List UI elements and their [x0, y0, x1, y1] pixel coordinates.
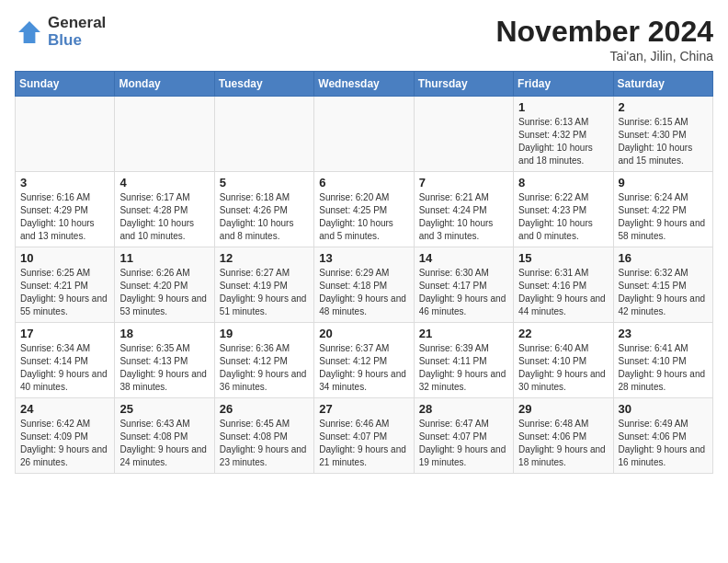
day-number: 9 — [619, 176, 708, 190]
day-cell: 1 Sunrise: 6:13 AMSunset: 4:32 PMDayligh… — [514, 97, 613, 172]
week-row-3: 10 Sunrise: 6:25 AMSunset: 4:21 PMDaylig… — [16, 247, 713, 323]
day-number: 29 — [518, 402, 608, 416]
day-number: 3 — [20, 176, 109, 190]
day-info: Sunrise: 6:47 AMSunset: 4:07 PMDaylight:… — [419, 418, 508, 469]
day-number: 16 — [619, 251, 708, 265]
day-number: 10 — [20, 251, 109, 265]
day-info: Sunrise: 6:21 AMSunset: 4:24 PMDaylight:… — [419, 191, 508, 243]
calendar-table: SundayMondayTuesdayWednesdayThursdayFrid… — [15, 71, 713, 474]
day-info: Sunrise: 6:13 AMSunset: 4:32 PMDaylight:… — [518, 116, 608, 167]
day-info: Sunrise: 6:43 AMSunset: 4:08 PMDaylight:… — [119, 418, 209, 469]
day-cell: 19 Sunrise: 6:36 AMSunset: 4:12 PMDaylig… — [214, 323, 313, 398]
day-cell: 28 Sunrise: 6:47 AMSunset: 4:07 PMDaylig… — [414, 398, 513, 474]
day-info: Sunrise: 6:32 AMSunset: 4:15 PMDaylight:… — [619, 267, 708, 318]
day-cell: 3 Sunrise: 6:16 AMSunset: 4:29 PMDayligh… — [16, 172, 115, 247]
day-cell: 27 Sunrise: 6:46 AMSunset: 4:07 PMDaylig… — [314, 398, 414, 474]
day-number: 28 — [419, 402, 508, 416]
logo-text: General Blue — [48, 15, 106, 49]
day-cell: 24 Sunrise: 6:42 AMSunset: 4:09 PMDaylig… — [16, 398, 115, 474]
day-number: 11 — [119, 251, 209, 265]
day-number: 18 — [119, 327, 209, 340]
day-number: 30 — [619, 402, 708, 416]
day-number: 17 — [20, 327, 109, 340]
day-cell: 23 Sunrise: 6:41 AMSunset: 4:10 PMDaylig… — [613, 323, 712, 398]
day-number: 20 — [319, 327, 408, 340]
day-cell: 16 Sunrise: 6:32 AMSunset: 4:15 PMDaylig… — [613, 247, 712, 323]
day-cell: 29 Sunrise: 6:48 AMSunset: 4:06 PMDaylig… — [514, 398, 613, 474]
day-info: Sunrise: 6:25 AMSunset: 4:21 PMDaylight:… — [20, 267, 109, 318]
day-number: 4 — [119, 176, 209, 190]
day-info: Sunrise: 6:31 AMSunset: 4:16 PMDaylight:… — [518, 267, 608, 318]
day-cell: 6 Sunrise: 6:20 AMSunset: 4:25 PMDayligh… — [314, 172, 414, 247]
header-sunday: Sunday — [16, 72, 115, 97]
day-info: Sunrise: 6:46 AMSunset: 4:07 PMDaylight:… — [319, 418, 408, 469]
day-cell: 8 Sunrise: 6:22 AMSunset: 4:23 PMDayligh… — [514, 172, 613, 247]
day-cell: 9 Sunrise: 6:24 AMSunset: 4:22 PMDayligh… — [613, 172, 712, 247]
day-cell: 17 Sunrise: 6:34 AMSunset: 4:14 PMDaylig… — [16, 323, 115, 398]
day-number: 1 — [518, 100, 608, 114]
logo-icon — [15, 17, 44, 47]
day-number: 22 — [518, 327, 608, 340]
week-row-5: 24 Sunrise: 6:42 AMSunset: 4:09 PMDaylig… — [16, 398, 713, 474]
day-number: 12 — [220, 251, 309, 265]
day-info: Sunrise: 6:29 AMSunset: 4:18 PMDaylight:… — [319, 267, 408, 318]
day-number: 24 — [20, 402, 109, 416]
day-info: Sunrise: 6:36 AMSunset: 4:12 PMDaylight:… — [220, 342, 309, 394]
day-number: 14 — [419, 251, 508, 265]
day-info: Sunrise: 6:26 AMSunset: 4:20 PMDaylight:… — [119, 267, 209, 318]
day-info: Sunrise: 6:45 AMSunset: 4:08 PMDaylight:… — [220, 418, 309, 469]
day-cell: 22 Sunrise: 6:40 AMSunset: 4:10 PMDaylig… — [514, 323, 613, 398]
day-cell: 14 Sunrise: 6:30 AMSunset: 4:17 PMDaylig… — [414, 247, 513, 323]
day-info: Sunrise: 6:40 AMSunset: 4:10 PMDaylight:… — [518, 342, 608, 394]
title-block: November 2024 Tai'an, Jilin, China — [495, 15, 713, 63]
day-info: Sunrise: 6:49 AMSunset: 4:06 PMDaylight:… — [619, 418, 708, 469]
day-cell: 10 Sunrise: 6:25 AMSunset: 4:21 PMDaylig… — [16, 247, 115, 323]
day-info: Sunrise: 6:17 AMSunset: 4:28 PMDaylight:… — [119, 191, 209, 243]
day-number: 13 — [319, 251, 408, 265]
logo: General Blue — [15, 15, 106, 49]
day-cell: 13 Sunrise: 6:29 AMSunset: 4:18 PMDaylig… — [314, 247, 414, 323]
day-cell — [314, 97, 414, 172]
svg-marker-0 — [18, 21, 40, 43]
header-wednesday: Wednesday — [314, 72, 414, 97]
location: Tai'an, Jilin, China — [495, 49, 713, 63]
day-cell — [214, 97, 313, 172]
header-thursday: Thursday — [414, 72, 513, 97]
day-number: 21 — [419, 327, 508, 340]
day-info: Sunrise: 6:18 AMSunset: 4:26 PMDaylight:… — [220, 191, 309, 243]
day-number: 2 — [619, 100, 708, 114]
logo-general: General — [48, 15, 106, 32]
day-cell — [16, 97, 115, 172]
day-info: Sunrise: 6:22 AMSunset: 4:23 PMDaylight:… — [518, 191, 608, 243]
day-info: Sunrise: 6:37 AMSunset: 4:12 PMDaylight:… — [319, 342, 408, 394]
day-cell — [414, 97, 513, 172]
weekday-header-row: SundayMondayTuesdayWednesdayThursdayFrid… — [16, 72, 713, 97]
day-cell: 15 Sunrise: 6:31 AMSunset: 4:16 PMDaylig… — [514, 247, 613, 323]
logo-blue: Blue — [48, 32, 106, 50]
day-number: 25 — [119, 402, 209, 416]
day-cell: 20 Sunrise: 6:37 AMSunset: 4:12 PMDaylig… — [314, 323, 414, 398]
header-saturday: Saturday — [613, 72, 712, 97]
header-friday: Friday — [514, 72, 613, 97]
day-number: 15 — [518, 251, 608, 265]
day-cell — [115, 97, 214, 172]
day-cell: 12 Sunrise: 6:27 AMSunset: 4:19 PMDaylig… — [214, 247, 313, 323]
day-info: Sunrise: 6:48 AMSunset: 4:06 PMDaylight:… — [518, 418, 608, 469]
day-number: 19 — [220, 327, 309, 340]
day-cell: 21 Sunrise: 6:39 AMSunset: 4:11 PMDaylig… — [414, 323, 513, 398]
week-row-1: 1 Sunrise: 6:13 AMSunset: 4:32 PMDayligh… — [16, 97, 713, 172]
week-row-2: 3 Sunrise: 6:16 AMSunset: 4:29 PMDayligh… — [16, 172, 713, 247]
day-info: Sunrise: 6:35 AMSunset: 4:13 PMDaylight:… — [119, 342, 209, 394]
day-info: Sunrise: 6:42 AMSunset: 4:09 PMDaylight:… — [20, 418, 109, 469]
day-number: 5 — [220, 176, 309, 190]
month-title: November 2024 — [495, 15, 713, 49]
day-cell: 7 Sunrise: 6:21 AMSunset: 4:24 PMDayligh… — [414, 172, 513, 247]
day-info: Sunrise: 6:27 AMSunset: 4:19 PMDaylight:… — [220, 267, 309, 318]
header-tuesday: Tuesday — [214, 72, 313, 97]
day-info: Sunrise: 6:16 AMSunset: 4:29 PMDaylight:… — [20, 191, 109, 243]
day-number: 27 — [319, 402, 408, 416]
day-cell: 26 Sunrise: 6:45 AMSunset: 4:08 PMDaylig… — [214, 398, 313, 474]
day-info: Sunrise: 6:30 AMSunset: 4:17 PMDaylight:… — [419, 267, 508, 318]
day-info: Sunrise: 6:41 AMSunset: 4:10 PMDaylight:… — [619, 342, 708, 394]
day-info: Sunrise: 6:39 AMSunset: 4:11 PMDaylight:… — [419, 342, 508, 394]
